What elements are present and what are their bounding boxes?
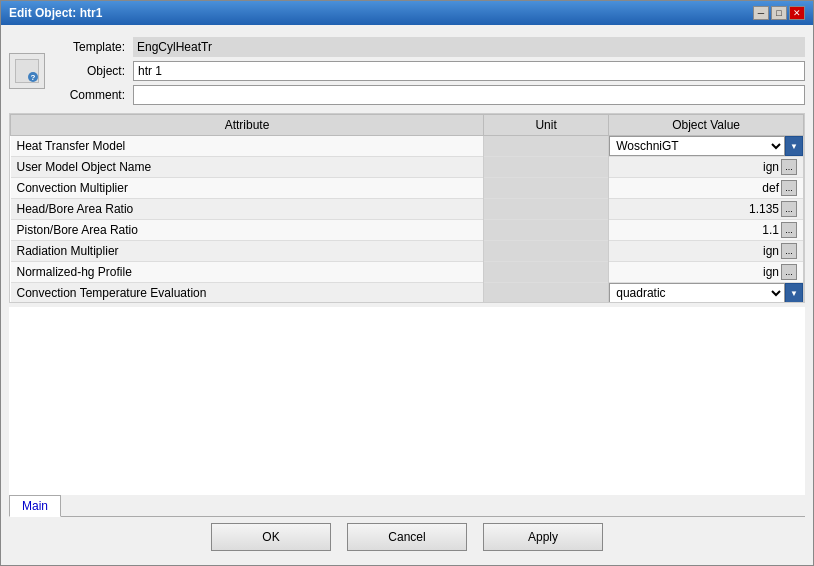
minimize-button[interactable]: ─ (753, 6, 769, 20)
cell-unit (484, 136, 609, 157)
empty-content-area (9, 307, 805, 495)
title-bar: Edit Object: htr1 ─ □ ✕ (1, 1, 813, 25)
cell-value[interactable]: ign... (609, 241, 804, 262)
cell-value[interactable]: ign... (609, 262, 804, 283)
template-label: Template: (53, 40, 133, 54)
tab-main[interactable]: Main (9, 495, 61, 517)
table-row: Head/Bore Area Ratio1.135... (11, 199, 804, 220)
value-edit-button[interactable]: ... (781, 201, 797, 217)
dropdown-arrow-icon[interactable]: ▼ (785, 283, 803, 303)
value-text: ign (615, 160, 779, 174)
bottom-buttons: OK Cancel Apply (9, 517, 805, 557)
main-window: Edit Object: htr1 ─ □ ✕ ? Template: EngC… (0, 0, 814, 566)
attributes-table: Attribute Unit Object Value Heat Transfe… (10, 114, 804, 303)
object-input[interactable] (133, 61, 805, 81)
value-with-button: ign... (615, 159, 797, 175)
apply-button[interactable]: Apply (483, 523, 603, 551)
cell-unit (484, 178, 609, 199)
dropdown-select[interactable]: WoschniGT (609, 136, 785, 156)
col-unit: Unit (484, 115, 609, 136)
template-value: EngCylHeatTr (133, 37, 805, 57)
table-row: Convection Multiplierdef... (11, 178, 804, 199)
cell-value[interactable]: 1.1... (609, 220, 804, 241)
dropdown-select[interactable]: quadratic (609, 283, 785, 303)
cell-attribute: Convection Temperature Evaluation (11, 283, 484, 304)
table-row: User Model Object Nameign... (11, 157, 804, 178)
object-icon: ? (9, 53, 45, 89)
value-text: ign (615, 244, 779, 258)
value-edit-button[interactable]: ... (781, 243, 797, 259)
tabs-bar: Main (9, 495, 805, 517)
template-field-row: Template: EngCylHeatTr (53, 37, 805, 57)
form-section: ? Template: EngCylHeatTr Object: Comment… (9, 33, 805, 113)
cell-attribute: Normalized-hg Profile (11, 262, 484, 283)
comment-label: Comment: (53, 88, 133, 102)
value-edit-button[interactable]: ... (781, 264, 797, 280)
value-edit-button[interactable]: ... (781, 159, 797, 175)
value-edit-button[interactable]: ... (781, 222, 797, 238)
object-field-row: Object: (53, 61, 805, 81)
value-text: ign (615, 265, 779, 279)
value-with-button: def... (615, 180, 797, 196)
cell-unit (484, 283, 609, 304)
ok-button[interactable]: OK (211, 523, 331, 551)
value-text: 1.135 (615, 202, 779, 216)
window-body: ? Template: EngCylHeatTr Object: Comment… (1, 25, 813, 565)
cell-unit (484, 157, 609, 178)
col-attribute: Attribute (11, 115, 484, 136)
value-edit-button[interactable]: ... (781, 180, 797, 196)
value-with-button: 1.135... (615, 201, 797, 217)
value-with-button: ign... (615, 264, 797, 280)
value-text: def (615, 181, 779, 195)
cell-value[interactable]: ign... (609, 157, 804, 178)
table-row: Convection Temperature Evaluationquadrat… (11, 283, 804, 304)
dropdown-cell[interactable]: WoschniGT▼ (609, 136, 803, 156)
cell-unit (484, 220, 609, 241)
cell-value[interactable]: def... (609, 178, 804, 199)
cancel-button[interactable]: Cancel (347, 523, 467, 551)
value-with-button: 1.1... (615, 222, 797, 238)
object-label: Object: (53, 64, 133, 78)
maximize-button[interactable]: □ (771, 6, 787, 20)
dropdown-arrow-icon[interactable]: ▼ (785, 136, 803, 156)
table-header-row: Attribute Unit Object Value (11, 115, 804, 136)
value-text: 1.1 (615, 223, 779, 237)
close-button[interactable]: ✕ (789, 6, 805, 20)
cell-attribute: Convection Multiplier (11, 178, 484, 199)
title-bar-controls: ─ □ ✕ (753, 6, 805, 20)
cell-value[interactable]: 1.135... (609, 199, 804, 220)
table-row: Piston/Bore Area Ratio1.1... (11, 220, 804, 241)
cell-unit (484, 241, 609, 262)
cell-attribute: Piston/Bore Area Ratio (11, 220, 484, 241)
cell-attribute: Heat Transfer Model (11, 136, 484, 157)
comment-input[interactable] (133, 85, 805, 105)
cell-value[interactable]: WoschniGT▼ (609, 136, 804, 157)
cell-value[interactable]: quadratic▼ (609, 283, 804, 304)
data-table-section: Attribute Unit Object Value Heat Transfe… (9, 113, 805, 303)
table-row: Normalized-hg Profileign... (11, 262, 804, 283)
comment-field-row: Comment: (53, 85, 805, 105)
table-row: Radiation Multiplierign... (11, 241, 804, 262)
cell-attribute: Radiation Multiplier (11, 241, 484, 262)
cell-unit (484, 199, 609, 220)
template-row: ? Template: EngCylHeatTr Object: Comment… (9, 37, 805, 105)
window-title: Edit Object: htr1 (9, 6, 102, 20)
value-with-button: ign... (615, 243, 797, 259)
cell-unit (484, 262, 609, 283)
cell-attribute: User Model Object Name (11, 157, 484, 178)
table-row: Heat Transfer ModelWoschniGT▼ (11, 136, 804, 157)
dropdown-cell[interactable]: quadratic▼ (609, 283, 803, 303)
col-value: Object Value (609, 115, 804, 136)
cell-attribute: Head/Bore Area Ratio (11, 199, 484, 220)
